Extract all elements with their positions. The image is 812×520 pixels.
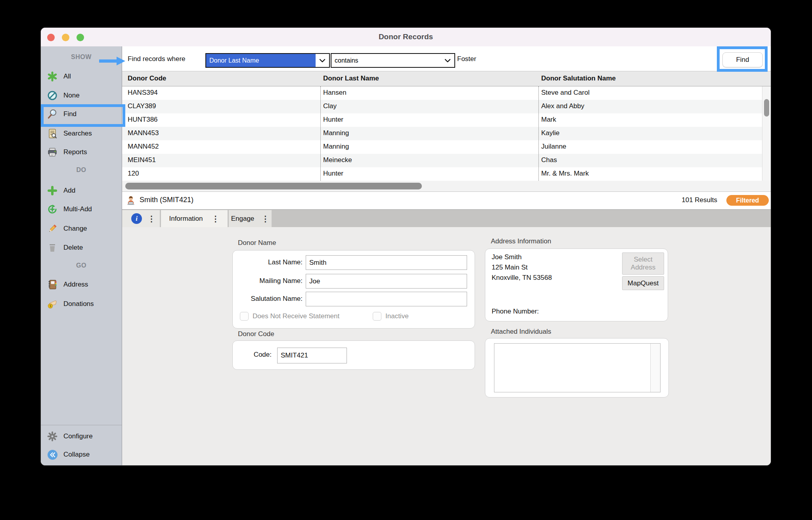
select-address-button[interactable]: Select Address bbox=[622, 252, 664, 275]
cell-donor-last-name: Hansen bbox=[323, 89, 347, 97]
address-name-line: Joe Smith bbox=[492, 252, 552, 262]
donor-code-input[interactable] bbox=[277, 348, 347, 363]
attached-individuals-panel bbox=[485, 338, 669, 398]
column-header-donor-code[interactable]: Donor Code bbox=[128, 75, 166, 82]
donor-name-section-title: Donor Name bbox=[238, 239, 276, 247]
phone-number-label: Phone Number: bbox=[492, 306, 539, 317]
sidebar-item-collapse[interactable]: Collapse bbox=[41, 447, 122, 462]
sidebar-item-label: Delete bbox=[63, 244, 83, 252]
donor-records-window: Donor Records SHOW All None F bbox=[41, 28, 771, 465]
table-row[interactable]: MANN452 Manning Juilanne bbox=[122, 140, 762, 154]
does-not-receive-statement-checkbox[interactable] bbox=[240, 312, 249, 321]
table-row[interactable]: MANN453 Manning Kaylie bbox=[122, 127, 762, 140]
sidebar-item-label: Searches bbox=[63, 130, 92, 138]
cell-donor-salutation: Kaylie bbox=[541, 129, 559, 137]
find-records-where-label: Find records where bbox=[128, 55, 186, 63]
mailing-name-input[interactable] bbox=[306, 274, 467, 289]
cell-donor-last-name: Manning bbox=[323, 143, 349, 151]
cell-donor-code: MEIN451 bbox=[128, 156, 156, 164]
salutation-name-input[interactable] bbox=[306, 292, 467, 306]
list-scrollbar-track[interactable] bbox=[650, 344, 660, 392]
address-street-line: 125 Main St bbox=[492, 262, 552, 273]
attached-individuals-list[interactable] bbox=[494, 343, 661, 392]
sidebar-item-label: Collapse bbox=[63, 451, 90, 459]
vertical-scrollbar[interactable] bbox=[762, 86, 771, 181]
sidebar-item-all[interactable]: All bbox=[41, 69, 122, 84]
sidebar-item-reports[interactable]: Reports bbox=[41, 145, 122, 159]
cell-donor-salutation: Mark bbox=[541, 116, 556, 124]
sidebar-item-label: Add bbox=[63, 187, 75, 195]
chevron-down-icon bbox=[316, 54, 329, 67]
donor-code-section-title: Donor Code bbox=[238, 330, 274, 338]
title-bar: Donor Records bbox=[41, 28, 771, 47]
address-info-panel: Joe Smith 125 Main St Knoxville, TN 5356… bbox=[485, 249, 668, 321]
tab-information-label: Information bbox=[169, 215, 203, 223]
tab-info-segment[interactable]: i ⋮ bbox=[122, 210, 160, 227]
sidebar-item-label: Multi-Add bbox=[63, 205, 92, 213]
cell-donor-salutation: Mr. & Mrs. Mark bbox=[541, 170, 589, 178]
sidebar-item-label: Donations bbox=[63, 300, 94, 308]
circular-plus-arrow-icon bbox=[47, 204, 58, 215]
field-select[interactable]: Donor Last Name bbox=[205, 53, 330, 68]
tab-engage[interactable]: Engage ⋮ bbox=[229, 210, 272, 227]
sidebar-item-searches[interactable]: Searches bbox=[41, 126, 122, 141]
sidebar-item-label: Address bbox=[63, 281, 88, 289]
filtered-badge[interactable]: Filtered bbox=[726, 195, 769, 206]
sidebar-item-donations[interactable]: $ Donations bbox=[41, 297, 122, 311]
column-header-donor-last-name[interactable]: Donor Last Name bbox=[323, 75, 379, 82]
table-row[interactable]: MEIN451 Meinecke Chas bbox=[122, 154, 762, 167]
table-row[interactable]: CLAY389 Clay Alex and Abby bbox=[122, 100, 762, 113]
sidebar-item-label: Configure bbox=[63, 432, 93, 440]
slashed-circle-icon bbox=[47, 90, 58, 101]
sidebar-item-address[interactable]: Address bbox=[41, 277, 122, 292]
column-header-donor-salutation-name[interactable]: Donor Salutation Name bbox=[541, 75, 616, 82]
address-city-line: Knoxville, TN 53568 bbox=[492, 273, 552, 283]
pencil-icon bbox=[47, 223, 58, 234]
screen-background: Donor Records SHOW All None F bbox=[0, 0, 812, 520]
tab-information[interactable]: Information ⋮ bbox=[161, 210, 228, 227]
cell-donor-salutation: Alex and Abby bbox=[541, 102, 584, 110]
last-name-input[interactable] bbox=[306, 255, 467, 270]
pointer-arrow-annotation bbox=[99, 57, 125, 65]
sidebar-item-label: Change bbox=[63, 225, 87, 233]
saved-searches-icon bbox=[47, 128, 58, 139]
column-separator bbox=[538, 86, 539, 181]
kebab-menu-icon[interactable]: ⋮ bbox=[212, 215, 220, 223]
info-icon[interactable]: i bbox=[131, 213, 142, 224]
current-record-bar: Smith (SMIT421) 101 Results Filtered bbox=[122, 192, 771, 209]
find-item-highlight-annotation bbox=[41, 104, 125, 127]
sidebar-item-delete[interactable]: Delete bbox=[41, 241, 122, 255]
sidebar-item-multi-add[interactable]: Multi-Add bbox=[41, 202, 122, 216]
horizontal-scrollbar[interactable] bbox=[122, 181, 771, 192]
kebab-menu-icon[interactable]: ⋮ bbox=[147, 215, 155, 223]
vertical-scrollbar-thumb[interactable] bbox=[764, 99, 769, 117]
operator-select[interactable]: contains bbox=[331, 53, 455, 68]
column-separator bbox=[320, 86, 321, 181]
cell-donor-salutation: Chas bbox=[541, 156, 557, 164]
last-name-label: Last Name: bbox=[233, 258, 303, 266]
chevron-down-icon bbox=[441, 54, 454, 67]
table-row[interactable]: HUNT386 Hunter Mark bbox=[122, 113, 762, 127]
table-row[interactable]: HANS394 Hansen Steve and Carol bbox=[122, 86, 762, 100]
asterisk-icon bbox=[47, 71, 58, 82]
printer-icon bbox=[47, 147, 58, 158]
sidebar-item-none[interactable]: None bbox=[41, 88, 122, 103]
gear-icon bbox=[47, 431, 58, 442]
sidebar-item-change[interactable]: Change bbox=[41, 222, 122, 236]
sidebar-item-label: All bbox=[63, 73, 71, 80]
search-query-input[interactable]: Foster bbox=[457, 55, 476, 63]
table-row[interactable]: 120 Hunter Mr. & Mrs. Mark bbox=[122, 167, 762, 181]
inactive-checkbox[interactable] bbox=[373, 312, 381, 321]
window-title: Donor Records bbox=[41, 32, 771, 41]
svg-text:$: $ bbox=[50, 304, 52, 308]
cell-donor-last-name: Clay bbox=[323, 102, 337, 110]
table-header: Donor Code Donor Last Name Donor Salutat… bbox=[122, 71, 771, 86]
collapse-chevrons-icon bbox=[47, 449, 58, 460]
mapquest-button[interactable]: MapQuest bbox=[622, 276, 664, 290]
sidebar-item-add[interactable]: Add bbox=[41, 184, 122, 198]
kebab-menu-icon[interactable]: ⋮ bbox=[261, 215, 269, 223]
find-button-highlight-annotation bbox=[717, 46, 768, 72]
cell-donor-last-name: Manning bbox=[323, 129, 349, 137]
sidebar-item-configure[interactable]: Configure bbox=[41, 429, 122, 444]
horizontal-scrollbar-thumb[interactable] bbox=[125, 183, 422, 189]
